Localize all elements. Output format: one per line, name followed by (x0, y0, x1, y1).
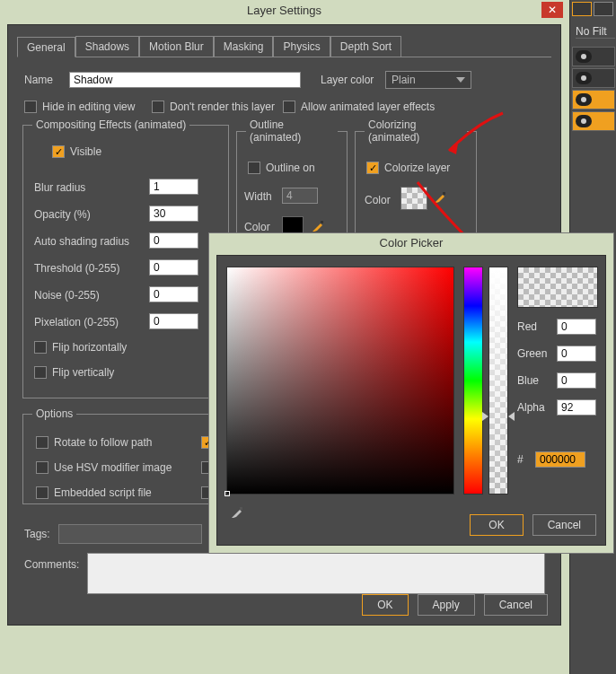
alpha-slider[interactable] (488, 267, 508, 495)
outlineon-label: Outline on (266, 162, 315, 174)
layer-row[interactable] (572, 68, 615, 88)
green-label: Green (517, 347, 557, 360)
allowanim-label: Allow animated layer effects (301, 101, 435, 113)
blur-label: Blur radius (34, 181, 85, 194)
visible-checkbox[interactable] (52, 145, 65, 158)
width-input[interactable] (282, 188, 318, 204)
ok-button[interactable]: OK (362, 594, 408, 616)
noise-input[interactable] (149, 286, 198, 302)
colorize-label: Colorize layer (384, 162, 450, 174)
eyedropper-icon[interactable] (230, 505, 244, 520)
tab-motion-blur[interactable]: Motion Blur (139, 36, 214, 57)
options-legend: Options (32, 407, 76, 420)
tabs: General Shadows Motion Blur Masking Phys… (17, 36, 551, 57)
ashade-input[interactable] (149, 232, 198, 249)
current-color-swatch (517, 267, 598, 308)
flipv-checkbox[interactable] (34, 366, 47, 379)
thresh-input[interactable] (149, 259, 198, 276)
hex-input[interactable] (535, 451, 585, 468)
sv-picker[interactable] (226, 267, 454, 495)
hide-checkbox[interactable] (24, 101, 37, 113)
name-label: Name (24, 74, 53, 86)
pixel-input[interactable] (149, 313, 198, 329)
eye-icon (576, 93, 592, 106)
slider-handle-left (482, 412, 488, 421)
compositing-legend: Compositing Effects (animated) (32, 118, 189, 131)
alpha-input[interactable] (557, 399, 596, 416)
apply-button[interactable]: Apply (418, 594, 475, 616)
outlineon-checkbox[interactable] (248, 162, 260, 174)
side-toggle-b[interactable] (594, 2, 613, 16)
cancel-button[interactable]: Cancel (484, 594, 548, 616)
svg-rect-0 (321, 221, 323, 223)
tab-depth-sort[interactable]: Depth Sort (330, 36, 401, 57)
flipv-label: Flip vertically (52, 366, 114, 379)
hsv-checkbox[interactable] (36, 461, 48, 474)
layer-row[interactable] (572, 47, 615, 66)
hash-label: # (517, 453, 535, 466)
allowanim-checkbox[interactable] (283, 101, 295, 113)
colorizing-group: Colorizing (animated) Colorize layer Col… (355, 118, 477, 233)
thresh-label: Threshold (0-255) (34, 262, 119, 275)
eye-icon (576, 115, 592, 127)
cp-ok-button[interactable]: OK (470, 514, 523, 536)
no-filter-label[interactable]: No Filt (576, 25, 615, 39)
alpha-overlay (489, 267, 507, 494)
svg-rect-2 (240, 507, 242, 510)
tab-shadows[interactable]: Shadows (75, 36, 139, 57)
blue-input[interactable] (557, 372, 596, 389)
eyedropper-icon[interactable] (433, 190, 447, 205)
eyedropper-icon[interactable] (311, 219, 325, 233)
rotate-checkbox[interactable] (36, 436, 48, 449)
visible-label: Visible (70, 145, 101, 158)
width-label: Width (244, 190, 272, 203)
fliph-label: Flip horizontally (52, 341, 127, 354)
svg-rect-1 (443, 192, 445, 195)
layercolor-select[interactable]: Plain (385, 71, 471, 89)
embed-label: Embedded script file (54, 486, 152, 499)
fliph-checkbox[interactable] (34, 341, 47, 354)
opacity-input[interactable] (149, 206, 198, 222)
hsv-label: Use HSV modifier image (54, 461, 172, 474)
cp-cancel-button[interactable]: Cancel (532, 514, 596, 536)
dontrender-label: Don't render this layer (170, 101, 275, 113)
layer-row-selected[interactable] (572, 90, 615, 109)
embed-checkbox[interactable] (36, 486, 48, 499)
tab-general[interactable]: General (17, 37, 75, 57)
slider-handle-right (508, 412, 515, 421)
eye-icon (576, 72, 592, 84)
ashade-label: Auto shading radius (34, 235, 129, 248)
compositing-group: Compositing Effects (animated) Visible B… (22, 118, 229, 398)
close-button[interactable]: ✕ (541, 2, 563, 18)
colorize-checkbox[interactable] (366, 162, 379, 174)
outline-group: Outline (animated) Outline on Width Colo… (236, 118, 348, 233)
hue-slider[interactable] (463, 267, 483, 495)
tab-physics[interactable]: Physics (273, 36, 330, 57)
outline-color-label: Color (244, 221, 270, 233)
tab-masking[interactable]: Masking (214, 36, 274, 57)
layercolor-label: Layer color (321, 74, 374, 86)
dontrender-checkbox[interactable] (152, 101, 164, 113)
green-input[interactable] (557, 346, 596, 362)
layer-row-selected[interactable] (572, 111, 615, 131)
color-picker-title: Color Picker (209, 233, 613, 253)
blue-label: Blue (517, 374, 557, 387)
pixel-label: Pixelation (0-255) (34, 316, 119, 328)
eye-icon (576, 50, 592, 63)
red-label: Red (517, 320, 557, 333)
noise-label: Noise (0-255) (34, 289, 100, 302)
layercolor-value: Plain (392, 74, 416, 86)
name-input[interactable] (69, 72, 301, 88)
blur-input[interactable] (149, 179, 198, 195)
outline-legend: Outline (animated) (246, 118, 338, 144)
red-input[interactable] (557, 319, 596, 335)
tags-label: Tags: (24, 528, 50, 540)
chevron-down-icon (456, 77, 465, 83)
side-toggle-a[interactable] (572, 2, 592, 16)
comments-input[interactable] (87, 553, 545, 594)
alpha-label: Alpha (517, 401, 557, 414)
color-picker-window: Color Picker Red Green Blue Alpha # OK C… (208, 232, 614, 554)
tags-input[interactable] (58, 524, 202, 544)
colorize-color-label: Color (365, 194, 391, 206)
colorize-color-swatch[interactable] (400, 187, 427, 210)
